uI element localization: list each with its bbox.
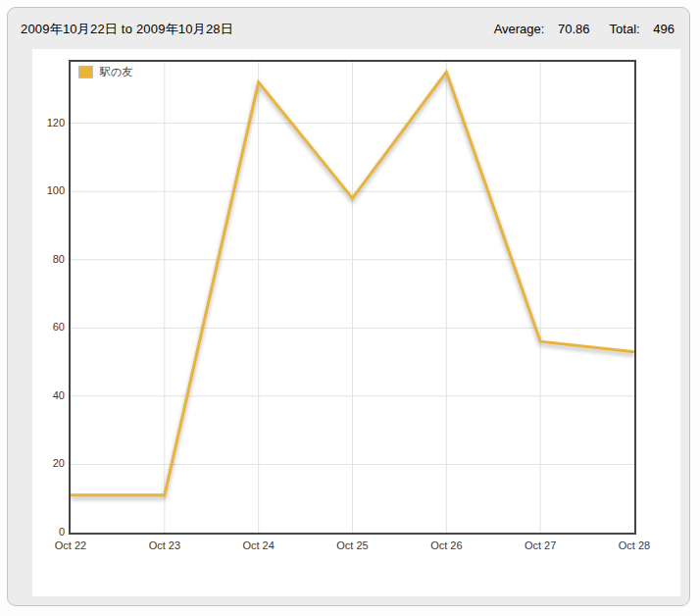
report-panel: 2009年10月22日 to 2009年10月28日 Average: 70.8… (7, 7, 690, 606)
y-axis-tick-label: 60 (32, 321, 65, 333)
x-axis-tick-label: Oct 25 (314, 539, 392, 551)
legend-series-label: 駅の友 (100, 65, 132, 79)
x-axis-tick-label: Oct 24 (220, 539, 298, 551)
plot-area (69, 60, 636, 535)
average-stat: Average: 70.86 (484, 22, 590, 36)
x-axis-tick-label: Oct 23 (125, 539, 204, 551)
chart-svg (71, 62, 634, 533)
x-axis-tick-label: Oct 22 (31, 539, 110, 551)
date-range: 2009年10月22日 to 2009年10月28日 (21, 21, 233, 38)
chart-legend: 駅の友 (78, 65, 132, 79)
x-axis-tick-label: Oct 27 (501, 539, 579, 551)
y-axis-tick-label: 20 (32, 457, 65, 469)
y-axis-tick-label: 0 (32, 526, 65, 538)
y-axis-tick-label: 100 (32, 184, 65, 196)
legend-swatch (78, 66, 93, 78)
y-axis-tick-label: 40 (32, 389, 65, 401)
total-stat: Total: 496 (600, 22, 675, 36)
y-axis-tick-label: 80 (32, 253, 65, 265)
x-axis-tick-label: Oct 26 (407, 539, 485, 551)
average-label: Average: (494, 22, 545, 36)
total-value: 496 (653, 22, 675, 36)
average-value: 70.86 (558, 22, 590, 36)
summary-stats: Average: 70.86Total: 496 (475, 22, 675, 36)
y-axis-tick-label: 120 (32, 117, 65, 128)
x-axis-tick-label: Oct 28 (595, 539, 674, 551)
total-label: Total: (610, 22, 640, 36)
report-header: 2009年10月22日 to 2009年10月28日 Average: 70.8… (8, 8, 689, 38)
chart-container: 駅の友 020406080100120 Oct 22Oct 23Oct 24Oc… (32, 49, 680, 596)
